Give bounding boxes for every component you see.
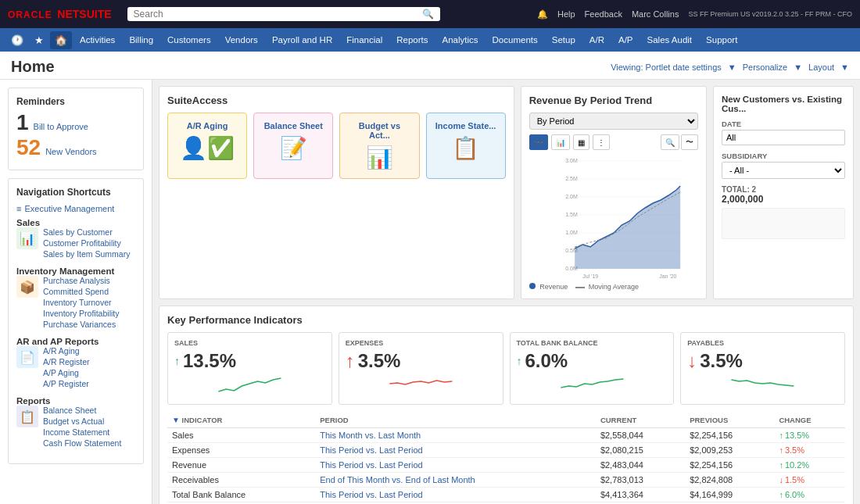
help-link[interactable]: Help — [557, 9, 575, 19]
nav-ar[interactable]: A/R — [583, 32, 611, 48]
th-change: CHANGE — [774, 413, 845, 428]
svg-text:3.0M: 3.0M — [565, 158, 578, 163]
period-link[interactable]: This Period vs. Last Period — [320, 490, 422, 499]
td-previous: $2,254,156 — [685, 458, 774, 473]
td-previous: $4,164,999 — [685, 488, 774, 502]
sales-icon: 📊 — [16, 227, 38, 249]
portlet-date-settings[interactable]: Viewing: Portlet date settings — [611, 63, 722, 72]
kpi-table: ▼ INDICATOR PERIOD CURRENT PREVIOUS CHAN… — [167, 413, 845, 504]
reports-section: Reports 📋 Balance Sheet Budget vs Actual… — [16, 396, 135, 448]
total-section: TOTAL: 2 2,000,000 — [722, 185, 845, 239]
budget-vs-actual[interactable]: Budget vs Actual — [43, 416, 121, 426]
nav-clock-icon[interactable]: 🕐 — [6, 31, 28, 49]
personalize-button[interactable]: Personalize — [743, 63, 787, 72]
kpi-bank-chart — [517, 372, 668, 395]
period-link[interactable]: This Month vs. Last Month — [320, 431, 421, 440]
ar-aging[interactable]: A/R Aging — [43, 346, 90, 356]
nav-sales-audit[interactable]: Sales Audit — [641, 32, 699, 48]
nav-ap[interactable]: A/P — [612, 32, 640, 48]
chart-line-icon[interactable]: 〰️ — [529, 134, 548, 150]
personalize-chevron[interactable]: ▼ — [794, 63, 802, 72]
period-select[interactable]: By Period — [529, 113, 698, 130]
sort-icon[interactable]: ▼ — [172, 416, 180, 424]
nav-star-icon[interactable]: ★ — [30, 31, 48, 49]
user-name[interactable]: Marc Collins — [632, 9, 679, 19]
page-title: Home — [11, 58, 55, 76]
suite-card-income[interactable]: Income State... 📋 — [426, 113, 506, 179]
kpi-panel: Key Performance Indicators SALES ↑ 13.5% — [159, 306, 854, 504]
nav-analytics[interactable]: Analytics — [436, 32, 485, 48]
nav-customers[interactable]: Customers — [161, 32, 217, 48]
nav-setup[interactable]: Setup — [546, 32, 582, 48]
suite-card-income-icon: 📋 — [435, 135, 497, 161]
suite-card-ar-title: A/R Aging — [176, 121, 238, 130]
reminder-vendor-link[interactable]: New Vendors — [45, 147, 96, 156]
td-period: This Period vs. Last Period — [315, 488, 596, 502]
search-bar[interactable]: 🔍 — [127, 7, 440, 21]
reminder-bill-link[interactable]: Bill to Approve — [34, 122, 88, 131]
chart-area-icon[interactable]: ▦ — [573, 134, 589, 150]
customer-profitability[interactable]: Customer Profitability — [43, 238, 130, 248]
total-value: 2,000,000 — [722, 194, 845, 205]
kpi-sales-label: SALES — [174, 339, 325, 347]
period-link[interactable]: This Period vs. Last Period — [320, 445, 422, 455]
nav-activities[interactable]: Activities — [73, 32, 121, 48]
nav-shortcuts-title: Navigation Shortcuts — [16, 187, 135, 198]
kpi-expenses-chart — [346, 372, 496, 395]
inventory-profitability[interactable]: Inventory Profitability — [43, 309, 119, 318]
ap-aging[interactable]: A/P Aging — [43, 368, 90, 377]
reports-shortcut-group: 📋 Balance Sheet Budget vs Actual Income … — [16, 406, 135, 448]
chart-wave-icon[interactable]: 〜 — [681, 134, 698, 150]
nav-reports[interactable]: Reports — [390, 32, 434, 48]
ar-register[interactable]: A/R Register — [43, 357, 90, 366]
ap-register[interactable]: A/P Register — [43, 379, 90, 388]
td-change: ↓ 1.5% — [774, 473, 845, 488]
oracle-text: ORACLE — [8, 9, 52, 20]
sales-by-customer[interactable]: Sales by Customer — [43, 227, 130, 237]
committed-spend[interactable]: Committed Spend — [43, 287, 119, 296]
exec-management-link[interactable]: ≡ Executive Management — [16, 204, 135, 213]
purchase-analysis[interactable]: Purchase Analysis — [43, 276, 119, 285]
chart-zoom-icon[interactable]: 🔍 — [661, 134, 679, 150]
feedback-link[interactable]: Feedback — [585, 9, 622, 19]
nav-support[interactable]: Support — [700, 32, 744, 48]
layout-chevron[interactable]: ▼ — [840, 63, 849, 72]
nav-vendors[interactable]: Vendors — [219, 32, 264, 48]
layout-button[interactable]: Layout — [808, 63, 834, 72]
income-statement[interactable]: Income Statement — [43, 427, 121, 437]
reports-icon: 📋 — [16, 406, 38, 427]
nav-home-icon[interactable]: 🏠 — [50, 31, 72, 49]
nav-financial[interactable]: Financial — [340, 32, 389, 48]
sidebar: Reminders 1 Bill to Approve 52 New Vendo… — [0, 80, 152, 504]
purchase-variances[interactable]: Purchase Variances — [43, 320, 119, 329]
nav-payroll[interactable]: Payroll and HR — [266, 32, 339, 48]
nav-billing[interactable]: Billing — [123, 32, 159, 48]
period-link[interactable]: This Period vs. Last Period — [320, 460, 422, 470]
sales-section: Sales 📊 Sales by Customer Customer Profi… — [16, 218, 135, 259]
suite-card-balance-sheet[interactable]: Balance Sheet 📝 — [253, 113, 333, 179]
chart-scatter-icon[interactable]: ⋮ — [593, 134, 610, 150]
balance-sheet[interactable]: Balance Sheet — [43, 406, 121, 415]
cash-flow-statement[interactable]: Cash Flow Statement — [43, 438, 121, 448]
suite-card-ar-aging[interactable]: A/R Aging 👤✅ — [167, 113, 247, 179]
sales-by-item[interactable]: Sales by Item Summary — [43, 249, 130, 259]
nav-documents[interactable]: Documents — [486, 32, 544, 48]
change-up-red: ↑ 3.5% — [779, 445, 840, 455]
td-change: ↑ 13.5% — [774, 428, 845, 443]
notifications-icon[interactable]: 🔔 — [537, 9, 548, 20]
chart-bar-icon[interactable]: 📊 — [551, 134, 570, 150]
arrow-up-icon: ↑ — [779, 460, 783, 470]
reminder-bill: 1 Bill to Approve — [16, 112, 135, 134]
inventory-turnover[interactable]: Inventory Turnover — [43, 298, 119, 307]
search-input[interactable] — [134, 9, 422, 20]
portlet-date-chevron[interactable]: ▼ — [728, 63, 736, 72]
suite-card-budget[interactable]: Budget vs Act... 📊 — [339, 113, 419, 179]
legend-revenue-dot — [529, 283, 536, 289]
subsidiary-select[interactable]: - All - — [722, 162, 845, 179]
reminder-bill-count: 1 — [16, 112, 29, 134]
period-link[interactable]: End of This Month vs. End of Last Month — [320, 475, 475, 484]
date-input[interactable] — [722, 130, 845, 145]
top-icons: 🔔 Help Feedback Marc Collins SS FF Premi… — [537, 9, 852, 20]
change-up: ↑ 6.0% — [779, 490, 840, 499]
arap-links: A/R Aging A/R Register A/P Aging A/P Reg… — [43, 346, 90, 388]
